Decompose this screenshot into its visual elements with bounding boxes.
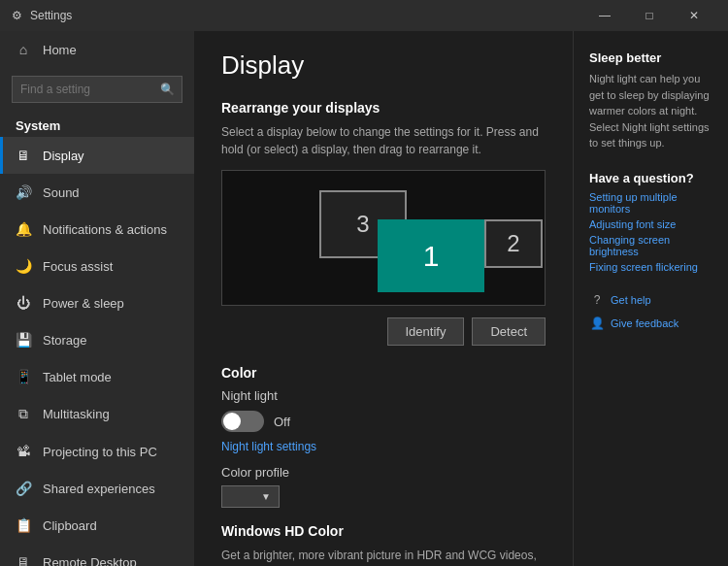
sidebar-projecting-label: Projecting to this PC [43,445,157,459]
monitor-3-label: 3 [356,211,369,238]
sidebar-system-label: System [0,111,194,137]
shared-icon: 🔗 [16,481,31,496]
rearrange-desc: Select a display below to change the set… [221,123,546,158]
night-light-state: Off [274,415,290,429]
monitor-1-primary[interactable]: 1 [378,219,484,292]
sleep-section: Sleep better Night light can help you ge… [589,50,712,151]
toggle-knob [223,413,241,430]
link-screen-flickering[interactable]: Fixing screen flickering [589,261,712,273]
sidebar-item-notifications[interactable]: 🔔 Notifications & actions [0,211,194,248]
get-help-link[interactable]: Get help [611,294,651,306]
night-light-label: Night light [221,388,278,403]
sidebar-sound-label: Sound [43,185,80,200]
sidebar-item-multitasking[interactable]: ⧉ Multitasking [0,395,194,433]
storage-icon: 💾 [16,332,31,348]
monitor-2-label: 2 [507,230,519,257]
display-canvas: 3 1 2 [221,170,546,306]
help-icon: ? [589,292,605,308]
notifications-icon: 🔔 [16,221,31,237]
minimize-button[interactable]: — [582,0,627,31]
monitor-2[interactable]: 2 [484,219,543,268]
night-light-row: Night light [221,388,546,403]
sidebar-item-display[interactable]: 🖥 Display [0,137,194,174]
question-title: Have a question? [589,171,712,185]
maximize-button[interactable]: □ [627,0,672,31]
color-title: Color [221,365,546,381]
display-icon: 🖥 [16,148,31,163]
hd-color-section: Windows HD Color Get a brighter, more vi… [221,523,546,566]
give-feedback-row[interactable]: 👤 Give feedback [589,316,712,331]
title-bar: ⚙ Settings — □ ✕ [0,0,728,31]
sidebar-item-remote[interactable]: 🖥 Remote Desktop [0,544,194,566]
sidebar-shared-label: Shared experiences [43,482,155,496]
search-icon: 🔍 [160,83,175,96]
sidebar-notifications-label: Notifications & actions [43,222,167,237]
sleep-desc: Night light can help you get to sleep by… [589,71,712,151]
sidebar: ⌂ Home 🔍 System 🖥 Display 🔊 Sound 🔔 Noti… [0,31,194,566]
get-help-row[interactable]: ? Get help [589,292,712,308]
sleep-title: Sleep better [589,50,712,65]
monitor-1-label: 1 [423,240,440,273]
settings-icon: ⚙ [12,9,22,22]
link-font-size[interactable]: Adjusting font size [589,218,712,230]
app-body: ⌂ Home 🔍 System 🖥 Display 🔊 Sound 🔔 Noti… [0,31,728,566]
color-section: Color Night light Off Night light settin… [221,365,546,508]
sidebar-item-home[interactable]: ⌂ Home [0,31,194,68]
focus-icon: 🌙 [16,258,31,274]
sound-icon: 🔊 [16,184,31,200]
link-multiple-monitors[interactable]: Setting up multiple monitors [589,191,712,215]
feedback-icon: 👤 [589,316,605,331]
night-light-settings-link[interactable]: Night light settings [221,440,546,453]
give-feedback-link[interactable]: Give feedback [611,317,678,329]
display-buttons: Identify Detect [221,317,546,346]
home-icon: ⌂ [16,42,31,57]
sidebar-storage-label: Storage [43,333,87,348]
night-light-toggle-row: Off [221,411,546,432]
color-profile-dropdown[interactable]: ▼ [221,485,280,508]
title-bar-title: Settings [30,9,72,22]
sidebar-item-shared[interactable]: 🔗 Shared experiences [0,470,194,507]
title-bar-left: ⚙ Settings [12,9,72,22]
title-bar-controls: — □ ✕ [582,0,716,31]
clipboard-icon: 📋 [16,517,31,533]
power-icon: ⏻ [16,295,31,311]
sidebar-item-clipboard[interactable]: 📋 Clipboard [0,507,194,544]
help-section: ? Get help 👤 Give feedback [589,292,712,331]
multitasking-icon: ⧉ [16,406,31,422]
close-button[interactable]: ✕ [672,0,716,31]
sidebar-focus-label: Focus assist [43,259,113,274]
sidebar-item-power[interactable]: ⏻ Power & sleep [0,284,194,321]
page-title: Display [221,50,546,81]
right-panel: Sleep better Night light can help you ge… [573,31,728,566]
sidebar-clipboard-label: Clipboard [43,518,97,533]
sidebar-home-label: Home [43,43,77,57]
sidebar-remote-label: Remote Desktop [43,555,137,567]
hd-color-desc: Get a brighter, more vibrant picture in … [221,547,546,566]
sidebar-power-label: Power & sleep [43,296,124,311]
chevron-down-icon: ▼ [261,491,271,502]
hd-color-title: Windows HD Color [221,523,546,539]
sidebar-item-storage[interactable]: 💾 Storage [0,321,194,358]
link-screen-brightness[interactable]: Changing screen brightness [589,234,712,257]
remote-icon: 🖥 [16,554,31,566]
sidebar-search-container: 🔍 [12,76,182,103]
sidebar-tablet-label: Tablet mode [43,370,112,384]
sidebar-item-tablet[interactable]: 📱 Tablet mode [0,358,194,395]
sidebar-display-label: Display [43,149,84,163]
sidebar-item-sound[interactable]: 🔊 Sound [0,174,194,211]
question-section: Have a question? Setting up multiple mon… [589,171,712,273]
identify-button[interactable]: Identify [387,317,465,346]
color-profile-label: Color profile [221,465,546,480]
sidebar-multitasking-label: Multitasking [43,407,110,421]
projecting-icon: 📽 [16,444,31,459]
sidebar-item-focus[interactable]: 🌙 Focus assist [0,248,194,284]
tablet-icon: 📱 [16,369,31,384]
detect-button[interactable]: Detect [472,317,546,346]
search-input[interactable] [12,76,182,103]
night-light-toggle[interactable] [221,411,264,432]
rearrange-title: Rearrange your displays [221,100,546,116]
main-content: Display Rearrange your displays Select a… [194,31,573,566]
sidebar-item-projecting[interactable]: 📽 Projecting to this PC [0,433,194,470]
